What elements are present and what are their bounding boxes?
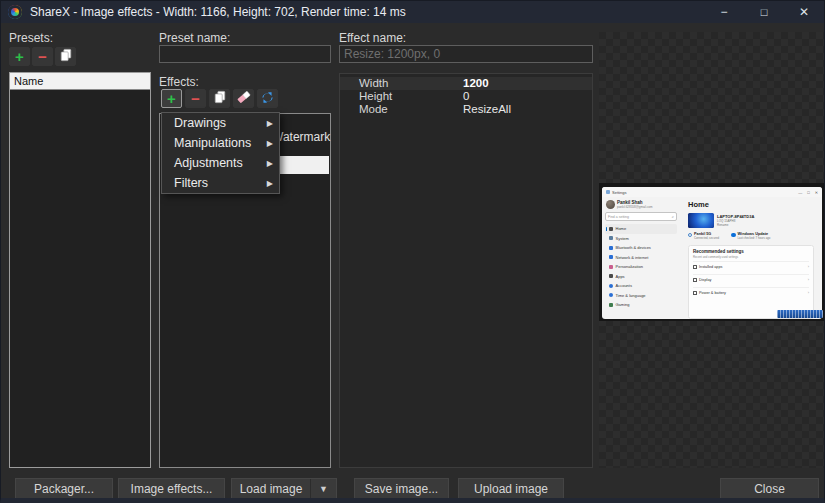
nav-label: Time & language [616, 293, 646, 298]
nav-item-gaming: Gaming [605, 300, 677, 310]
property-row-width[interactable]: Width 1200 [340, 77, 592, 90]
property-value[interactable]: 1200 [463, 77, 489, 90]
settings-heading: Home [688, 200, 816, 209]
maximize-icon: □ [807, 190, 809, 195]
menu-item-label: Filters [174, 176, 208, 190]
preview-settings-sidebar: Pankil Shah pankil.628558@gmail.com Find… [602, 197, 680, 319]
nav-item-time-language: Time & language [605, 291, 677, 301]
personalization-icon [609, 265, 613, 269]
effect-clear-button[interactable] [233, 89, 254, 108]
row-label: Installed apps [699, 265, 722, 269]
menu-item-label: Drawings [174, 116, 226, 130]
card-row-installed-apps: Installed apps › [693, 261, 809, 273]
sharex-image-effects-window: ShareX - Image effects - Width: 1166, He… [0, 0, 825, 503]
property-row-height[interactable]: Height 0 [340, 90, 592, 103]
nav-label: Apps [616, 274, 625, 279]
chevron-right-icon: › [808, 290, 809, 295]
nav-label: Network & internet [616, 255, 649, 260]
minimize-icon: — [798, 190, 802, 195]
nav-label: Home [616, 226, 627, 231]
windows-update-icon [731, 233, 736, 238]
preset-name-input[interactable] [159, 45, 331, 63]
device-card: LAPTOP-8P44TD3A LOQ 15APH8 Rename [688, 213, 816, 228]
duplicate-icon [213, 90, 227, 107]
preview-settings-window: Settings — □ ✕ Pankil Shah pankil.6285 [602, 187, 822, 319]
presets-list[interactable]: Name [9, 72, 151, 468]
bluetooth-icon [609, 246, 613, 250]
submenu-arrow-icon: ▶ [267, 179, 273, 188]
dropdown-arrow-icon[interactable]: ▼ [310, 479, 336, 498]
preset-name-label: Preset name: [159, 31, 230, 45]
presets-list-header[interactable]: Name [10, 73, 150, 90]
submenu-arrow-icon: ▶ [267, 119, 273, 128]
preset-remove-button[interactable]: − [32, 47, 53, 66]
minus-icon: − [191, 91, 200, 106]
image-effects-button[interactable]: Image effects... [118, 478, 225, 499]
close-icon: ✕ [815, 190, 818, 195]
nav-item-home: Home [605, 224, 677, 234]
preview-image: Settings — □ ✕ Pankil Shah pankil.6285 [599, 183, 825, 321]
accounts-icon [609, 284, 613, 288]
gaming-icon [609, 303, 613, 307]
power-battery-icon [693, 291, 697, 295]
row-label: Power & battery [699, 291, 726, 295]
effect-add-button[interactable]: + [161, 89, 182, 108]
menu-item-adjustments[interactable]: Adjustments ▶ [162, 153, 279, 173]
submenu-arrow-icon: ▶ [267, 139, 273, 148]
recommended-settings-card: Recommended settings Recent and commonly… [688, 245, 814, 319]
effect-duplicate-button[interactable] [209, 89, 230, 108]
close-button[interactable]: ✕ [784, 1, 824, 23]
preview-settings-body: Pankil Shah pankil.628558@gmail.com Find… [602, 197, 822, 319]
preset-duplicate-button[interactable] [55, 47, 76, 66]
refresh-icon [261, 91, 274, 107]
menu-item-drawings[interactable]: Drawings ▶ [162, 113, 279, 133]
property-row-mode[interactable]: Mode ResizeAll [340, 103, 592, 116]
add-effect-menu: Drawings ▶ Manipulations ▶ Adjustments ▶… [161, 112, 280, 194]
card-subtitle: Recent and commonly used settings [693, 255, 809, 259]
user-profile: Pankil Shah pankil.628558@gmail.com [606, 200, 677, 209]
eraser-icon [237, 90, 251, 107]
nav-item-bluetooth-devices: Bluetooth & devices [605, 243, 677, 253]
property-value[interactable]: ResizeAll [463, 103, 511, 116]
preview-panel: Settings — □ ✕ Pankil Shah pankil.6285 [599, 32, 825, 468]
property-name: Mode [359, 103, 388, 116]
minimize-button[interactable]: − [704, 1, 744, 23]
titlebar: ShareX - Image effects - Width: 1166, He… [1, 1, 824, 23]
nav-label: System [616, 236, 629, 241]
user-email: pankil.628558@gmail.com [617, 205, 652, 209]
menu-item-filters[interactable]: Filters ▶ [162, 173, 279, 193]
minus-icon: − [38, 49, 47, 64]
nav-item-apps: Apps [605, 272, 677, 282]
apps-icon [609, 274, 613, 278]
load-image-button[interactable]: Load image ▼ [231, 478, 337, 499]
preset-add-button[interactable]: + [9, 47, 30, 66]
nav-item-personalization: Personalization [605, 262, 677, 272]
minimize-icon: − [720, 5, 727, 19]
wifi-icon [688, 233, 692, 237]
active-indicator [606, 227, 608, 232]
property-value[interactable]: 0 [463, 90, 469, 103]
windows-update-chip: Windows Update Last checked: 7 hours ago [731, 232, 770, 240]
device-wallpaper-thumbnail [688, 213, 714, 228]
property-name: Width [359, 77, 388, 90]
menu-item-label: Manipulations [174, 136, 251, 150]
save-image-button[interactable]: Save image... [354, 478, 449, 499]
menu-item-manipulations[interactable]: Manipulations ▶ [162, 133, 279, 153]
watermark-badge [777, 310, 823, 318]
nav-item-accounts: Accounts [605, 281, 677, 291]
network-chip: Pankil 5G Connected, secured [688, 232, 719, 240]
preview-settings-title: Settings [612, 190, 626, 195]
effect-refresh-button[interactable] [257, 89, 278, 108]
settings-search-box: Find a setting ⌕ [605, 212, 677, 221]
effect-property-grid[interactable]: Width 1200 Height 0 Mode ResizeAll [339, 73, 593, 468]
display-icon [693, 278, 697, 282]
chevron-right-icon: › [808, 264, 809, 269]
effect-remove-button[interactable]: − [185, 89, 206, 108]
close-dialog-button[interactable]: Close [720, 478, 819, 499]
upload-image-button[interactable]: Upload image [458, 478, 564, 499]
maximize-button[interactable]: □ [744, 1, 784, 23]
search-placeholder: Find a setting [608, 215, 629, 219]
packager-button[interactable]: Packager... [15, 478, 113, 499]
nav-item-system: System [605, 234, 677, 244]
status-chips: Pankil 5G Connected, secured Windows Upd… [688, 232, 816, 240]
